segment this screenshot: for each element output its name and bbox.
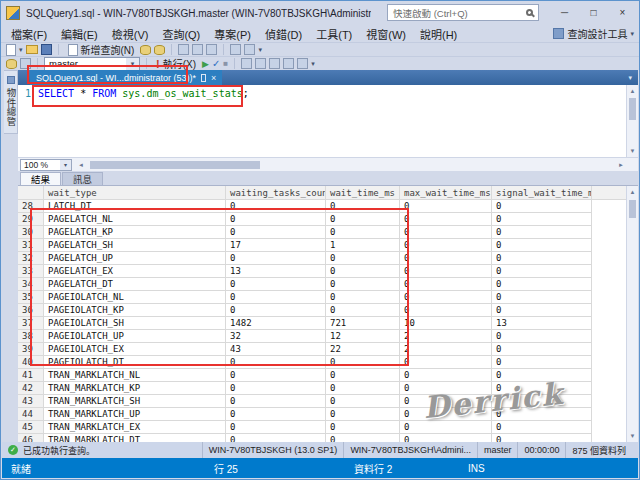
row-number[interactable]: 38 <box>18 330 44 343</box>
cell[interactable]: 0 <box>326 200 400 213</box>
cell[interactable]: 0 <box>400 395 492 408</box>
tab-messages[interactable]: 訊息 <box>62 172 103 185</box>
cell[interactable]: 0 <box>492 291 592 304</box>
cell[interactable]: 0 <box>226 304 326 317</box>
cell[interactable]: 0 <box>226 213 326 226</box>
cell[interactable]: 0 <box>226 434 326 442</box>
cell[interactable]: 0 <box>326 252 400 265</box>
cell[interactable]: 43 <box>226 343 326 356</box>
cell[interactable]: 12 <box>326 330 400 343</box>
cell[interactable]: PAGELATCH_DT <box>44 278 226 291</box>
cell[interactable]: 2 <box>400 343 492 356</box>
cell[interactable]: LATCH_DT <box>44 200 226 213</box>
cell[interactable]: 0 <box>226 200 326 213</box>
cell[interactable]: 0 <box>400 278 492 291</box>
parse-icon[interactable]: ✓ <box>212 58 220 69</box>
cell[interactable]: 0 <box>492 408 592 421</box>
row-number[interactable]: 43 <box>18 395 44 408</box>
cell[interactable]: 0 <box>400 265 492 278</box>
cell[interactable]: 22 <box>326 343 400 356</box>
row-number[interactable]: 33 <box>18 265 44 278</box>
cell[interactable]: 0 <box>326 408 400 421</box>
debug-icon[interactable]: ▶ <box>202 59 209 69</box>
menu-item[interactable]: 編輯(E) <box>54 25 105 43</box>
cell[interactable]: 0 <box>326 434 400 442</box>
cell[interactable]: 0 <box>326 213 400 226</box>
cell[interactable]: TRAN_MARKLATCH_NL <box>44 369 226 382</box>
query-editor[interactable]: 1 SELECT * FROM sys.dm_os_wait_stats; ▲ … <box>18 85 638 157</box>
cell[interactable]: PAGELATCH_SH <box>44 239 226 252</box>
new-file-dropdown-icon[interactable]: ▾ <box>19 46 23 54</box>
cut-icon[interactable] <box>178 44 189 55</box>
cell[interactable]: 0 <box>226 226 326 239</box>
scroll-down-icon[interactable]: ▼ <box>627 145 638 157</box>
cell[interactable]: 0 <box>226 421 326 434</box>
cell[interactable]: 0 <box>326 291 400 304</box>
row-number[interactable]: 34 <box>18 278 44 291</box>
cell[interactable]: 0 <box>226 356 326 369</box>
cell[interactable]: 0 <box>326 382 400 395</box>
cell[interactable]: TRAN_MARKLATCH_EX <box>44 421 226 434</box>
cell[interactable]: 0 <box>226 278 326 291</box>
results-grid-icon[interactable] <box>241 58 252 69</box>
cell[interactable]: 0 <box>326 226 400 239</box>
editor-vertical-scrollbar[interactable]: ▲ ▼ <box>626 85 638 157</box>
redo-icon[interactable] <box>244 44 255 55</box>
menu-item[interactable]: 偵錯(D) <box>258 25 309 43</box>
cell[interactable]: 0 <box>400 200 492 213</box>
column-header[interactable]: waiting_tasks_count <box>226 186 326 200</box>
paste-icon[interactable] <box>206 44 217 55</box>
scrollbar-thumb[interactable] <box>629 200 636 218</box>
scroll-down-icon[interactable]: ▼ <box>627 430 638 442</box>
row-number[interactable]: 41 <box>18 369 44 382</box>
row-number[interactable]: 32 <box>18 252 44 265</box>
cell[interactable]: PAGEIOLATCH_KP <box>44 304 226 317</box>
cell[interactable]: 0 <box>400 369 492 382</box>
cell[interactable]: 0 <box>492 304 592 317</box>
cell[interactable]: PAGELATCH_UP <box>44 252 226 265</box>
cell[interactable]: 17 <box>226 239 326 252</box>
scrollbar-thumb[interactable] <box>629 98 636 120</box>
cell[interactable]: PAGEIOLATCH_NL <box>44 291 226 304</box>
results-text-icon[interactable] <box>255 58 266 69</box>
quick-launch-box[interactable]: 快速啟動 (Ctrl+Q) <box>387 4 539 21</box>
cell[interactable]: 0 <box>326 304 400 317</box>
tab-results[interactable]: 結果 <box>20 172 61 185</box>
row-number[interactable]: 30 <box>18 226 44 239</box>
sidebar-tab-object-explorer[interactable]: 物件總管 <box>4 70 18 134</box>
scrollbar-thumb[interactable] <box>90 161 260 169</box>
cell[interactable]: 13 <box>492 317 592 330</box>
cell[interactable]: 0 <box>400 356 492 369</box>
grid-corner[interactable] <box>18 186 44 200</box>
scroll-right-icon[interactable]: ► <box>618 162 624 168</box>
cell[interactable]: 32 <box>226 330 326 343</box>
cell[interactable]: TRAN_MARKLATCH_SH <box>44 395 226 408</box>
database-icon[interactable] <box>140 45 151 55</box>
cell[interactable]: 0 <box>326 356 400 369</box>
save-icon[interactable] <box>41 44 52 55</box>
cell[interactable]: 0 <box>492 226 592 239</box>
menu-item[interactable]: 專案(P) <box>207 25 258 43</box>
cell[interactable]: 0 <box>492 252 592 265</box>
minimize-button[interactable]: ─ <box>550 2 579 22</box>
zoom-combobox[interactable]: 100 % ▾ <box>20 159 72 171</box>
cell[interactable]: 0 <box>492 356 592 369</box>
connect-icon[interactable] <box>6 59 17 69</box>
cell[interactable]: 0 <box>226 252 326 265</box>
database-combobox[interactable]: master ▾ <box>44 57 140 71</box>
cell[interactable]: 0 <box>226 408 326 421</box>
cell[interactable]: TRAN_MARKLATCH_DT <box>44 434 226 442</box>
cell[interactable]: 1482 <box>226 317 326 330</box>
cell[interactable]: PAGEIOLATCH_UP <box>44 330 226 343</box>
cell[interactable]: 0 <box>326 395 400 408</box>
results-file-icon[interactable] <box>269 58 280 69</box>
cell[interactable]: 0 <box>400 252 492 265</box>
cell[interactable]: 0 <box>492 200 592 213</box>
menu-item[interactable]: 檢視(V) <box>105 25 156 43</box>
cell[interactable]: 0 <box>492 343 592 356</box>
pin-icon[interactable] <box>201 74 206 82</box>
row-number[interactable]: 31 <box>18 239 44 252</box>
new-file-icon[interactable] <box>6 44 16 56</box>
open-file-icon[interactable] <box>26 45 38 54</box>
cell[interactable]: 2 <box>400 330 492 343</box>
